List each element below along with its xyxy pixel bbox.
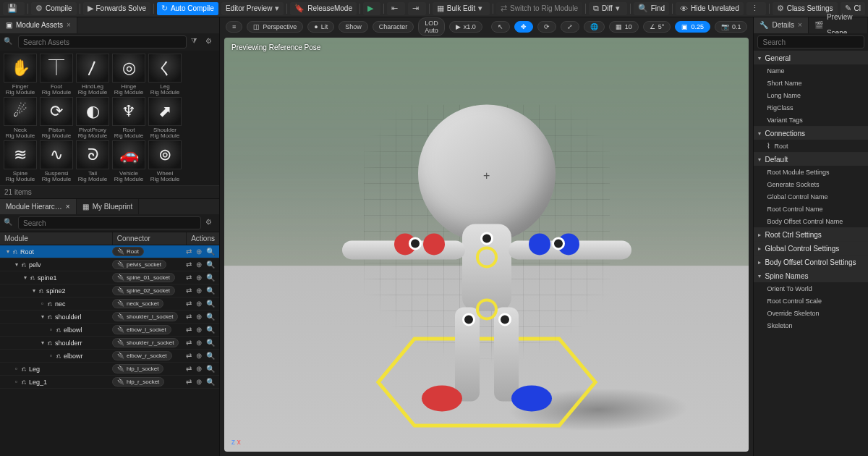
add-icon[interactable]: ⊕ bbox=[196, 339, 202, 347]
connector-pill[interactable]: 🔌spine_02_socket bbox=[112, 286, 175, 295]
add-icon[interactable]: ⊕ bbox=[196, 248, 202, 256]
connector-pill[interactable]: 🔌shoulder_l_socket bbox=[112, 312, 178, 321]
connector-pill[interactable]: 🔌hip_l_socket bbox=[112, 364, 163, 373]
switch-rig-button[interactable]: ⇄Switch to Rig Module bbox=[496, 2, 582, 15]
foot-left-joint[interactable] bbox=[422, 385, 462, 411]
details-group-header[interactable]: ▾General bbox=[754, 51, 868, 64]
show-button[interactable]: Show bbox=[339, 21, 368, 33]
twisty-icon[interactable]: ▫ bbox=[48, 352, 54, 359]
details-group-header[interactable]: ▸Root Ctrl Settings bbox=[754, 228, 868, 241]
twisty-icon[interactable]: ▫ bbox=[13, 366, 20, 372]
swap-icon[interactable]: ⇄ bbox=[186, 287, 192, 295]
twisty-icon[interactable]: ▾ bbox=[4, 248, 11, 255]
spine-lower-joint[interactable] bbox=[476, 298, 498, 320]
twisty-icon[interactable]: ▾ bbox=[39, 313, 46, 320]
details-group-header[interactable]: ▸Body Offset Control Settings bbox=[754, 256, 868, 269]
shoulder-left-ring[interactable] bbox=[409, 237, 422, 250]
add-icon[interactable]: ⊕ bbox=[196, 352, 202, 360]
add-icon[interactable]: ⊕ bbox=[196, 287, 202, 295]
forwards-solve-button[interactable]: ▶Forwards Solve bbox=[83, 2, 150, 15]
editor-preview-button[interactable]: Editor Preview▾ bbox=[221, 2, 284, 15]
playback-speed-button[interactable]: ▶x1.0 bbox=[449, 21, 482, 33]
module-row-spine1[interactable]: ▾⎌spine1🔌spine_01_socket⇄⊕🔍 bbox=[0, 271, 219, 284]
asset-hindleg[interactable]: 〳HindLegRig Module bbox=[75, 54, 110, 96]
details-item[interactable]: Skeleton bbox=[754, 319, 868, 332]
module-row-root[interactable]: ▾⎌Root🔌Root⇄⊕🔍 bbox=[0, 245, 219, 258]
asset-wheel[interactable]: ⊚WheelRig Module bbox=[148, 140, 182, 182]
select-tool[interactable]: ↖ bbox=[491, 21, 510, 33]
asset-leg[interactable]: くLegRig Module bbox=[148, 54, 182, 96]
details-item[interactable]: Name bbox=[754, 64, 868, 77]
add-icon[interactable]: ⊕ bbox=[196, 365, 202, 373]
details-item[interactable]: RigClass bbox=[754, 101, 868, 114]
search-icon[interactable]: 🔍 bbox=[206, 365, 215, 373]
lod-button[interactable]: LOD Auto bbox=[418, 17, 445, 36]
angle-snap[interactable]: ∠5° bbox=[643, 21, 671, 33]
search-icon[interactable]: 🔍 bbox=[206, 313, 215, 321]
twisty-icon[interactable]: ▫ bbox=[13, 379, 20, 385]
viewport-menu-button[interactable]: ≡ bbox=[226, 21, 242, 33]
find-button[interactable]: 🔍Find bbox=[634, 2, 669, 15]
details-group-header[interactable]: ▾Default bbox=[754, 153, 868, 166]
gear-icon[interactable]: ⚙ bbox=[205, 37, 216, 47]
spine-upper-joint[interactable] bbox=[476, 246, 498, 268]
viewport-canvas[interactable]: Previewing Reference Pose + bbox=[224, 38, 749, 452]
search-icon[interactable]: 🔍 bbox=[206, 248, 215, 256]
foot-right-joint[interactable] bbox=[511, 385, 552, 411]
twisty-icon[interactable]: ▾ bbox=[30, 287, 37, 294]
connector-pill[interactable]: 🔌spine_01_socket bbox=[112, 273, 175, 282]
swap-icon[interactable]: ⇄ bbox=[186, 313, 192, 321]
scale-tool[interactable]: ⤢ bbox=[561, 21, 579, 33]
add-icon[interactable]: ⊕ bbox=[196, 261, 202, 269]
asset-neck[interactable]: ☄NeckRig Module bbox=[3, 97, 38, 139]
filter-icon[interactable]: ⧩ bbox=[191, 37, 201, 47]
connector-pill[interactable]: 🔌shoulder_r_socket bbox=[112, 338, 179, 347]
search-icon[interactable]: 🔍 bbox=[206, 300, 215, 308]
module-row-elbowl[interactable]: ▫⎌elbowl🔌elbow_l_socket⇄⊕🔍 bbox=[0, 324, 219, 337]
asset-piston[interactable]: ⟳PistonRig Module bbox=[39, 97, 74, 139]
play-button[interactable]: ▶ bbox=[363, 2, 380, 15]
add-icon[interactable]: ⊕ bbox=[196, 313, 202, 321]
swap-icon[interactable]: ⇄ bbox=[186, 365, 192, 373]
twisty-icon[interactable]: ▫ bbox=[39, 300, 46, 307]
asset-search-input[interactable] bbox=[18, 35, 187, 48]
hierarchy-search-input[interactable] bbox=[18, 216, 201, 229]
twisty-icon[interactable]: ▾ bbox=[13, 261, 20, 268]
module-row-leg[interactable]: ▫⎌Leg🔌hip_l_socket⇄⊕🔍 bbox=[0, 363, 219, 376]
swap-icon[interactable]: ⇄ bbox=[186, 378, 192, 386]
module-hierarchy-tab[interactable]: Module Hierarc…× bbox=[0, 199, 77, 215]
rotate-tool[interactable]: ⟳ bbox=[537, 21, 556, 33]
perspective-button[interactable]: ◫Perspective bbox=[247, 21, 303, 33]
add-icon[interactable]: ⊕ bbox=[196, 274, 202, 282]
module-row-shoulderl[interactable]: ▾⎌shoulderl🔌shoulder_l_socket⇄⊕🔍 bbox=[0, 311, 219, 324]
module-row-elbowr[interactable]: ▫⎌elbowr🔌elbow_r_socket⇄⊕🔍 bbox=[0, 350, 219, 363]
compile-button[interactable]: ⚙Compile bbox=[31, 2, 77, 15]
connector-pill[interactable]: 🔌elbow_l_socket bbox=[112, 325, 171, 334]
scale-snap[interactable]: ▣0.25 bbox=[675, 21, 710, 33]
search-icon[interactable]: 🔍 bbox=[206, 378, 215, 386]
swap-icon[interactable]: ⇄ bbox=[186, 274, 192, 282]
search-icon[interactable]: 🔍 bbox=[206, 339, 215, 347]
save-button[interactable]: 💾 bbox=[3, 2, 25, 15]
neck-ring[interactable] bbox=[480, 232, 493, 245]
details-group-header[interactable]: ▸Global Control Settings bbox=[754, 242, 868, 255]
elbow-left-joint[interactable] bbox=[423, 233, 445, 255]
connector-pill[interactable]: 🔌hip_r_socket bbox=[112, 377, 164, 387]
details-item[interactable]: Body Offset Control Name bbox=[754, 215, 868, 227]
connector-pill[interactable]: 🔌Root bbox=[112, 247, 144, 256]
move-tool[interactable]: ✥ bbox=[514, 21, 533, 33]
module-row-shoulderr[interactable]: ▾⎌shoulderr🔌shoulder_r_socket⇄⊕🔍 bbox=[0, 337, 219, 350]
asset-spine[interactable]: ≋SpineRig Module bbox=[3, 140, 38, 182]
add-icon[interactable]: ⊕ bbox=[196, 326, 202, 334]
swap-icon[interactable]: ⇄ bbox=[186, 248, 192, 256]
details-item[interactable]: Override Skeleton bbox=[754, 307, 868, 319]
asset-foot[interactable]: ⏉FootRig Module bbox=[39, 54, 74, 96]
toolbar-overflow[interactable]: ⋮ bbox=[746, 2, 766, 15]
details-item[interactable]: Orient To World bbox=[754, 282, 868, 295]
module-row-nec[interactable]: ▫⎌nec🔌neck_socket⇄⊕🔍 bbox=[0, 297, 219, 311]
details-item[interactable]: ⌇Root bbox=[754, 140, 868, 152]
asset-tail[interactable]: ᘐTailRig Module bbox=[75, 140, 110, 182]
details-item[interactable]: Long Name bbox=[754, 89, 868, 101]
auto-compile-button[interactable]: ↻Auto Compile bbox=[157, 2, 218, 15]
details-group-header[interactable]: ▾Spine Names bbox=[754, 269, 868, 282]
